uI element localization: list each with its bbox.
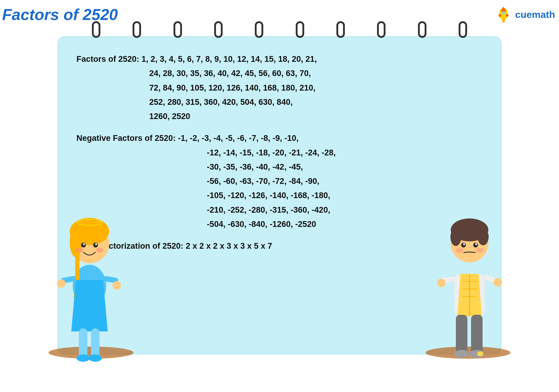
negative-factors-section: Negative Factors of 2520: -1, -2, -3, -4…	[76, 131, 483, 231]
svg-point-17	[96, 248, 103, 253]
neg-line4: -56, -60, -63, -70, -72, -84, -90,	[76, 174, 483, 188]
svg-marker-18	[71, 280, 108, 331]
svg-point-9	[70, 227, 82, 257]
ring-8	[377, 21, 386, 38]
ring-4	[214, 21, 223, 38]
neg-label: Negative Factors of 2520:	[76, 134, 176, 143]
svg-point-52	[477, 351, 483, 356]
factors-line1: 1, 2, 3, 4, 5, 6, 7, 8, 9, 10, 12, 14, 1…	[142, 55, 317, 64]
svg-rect-3	[506, 14, 508, 17]
neg-line6: -210, -252, -280, -315, -360, -420,	[76, 203, 483, 217]
neg-factors-text: Negative Factors of 2520: -1, -2, -3, -4…	[76, 131, 483, 231]
svg-point-47	[493, 278, 502, 287]
svg-point-21	[57, 279, 66, 288]
svg-rect-24	[91, 328, 99, 359]
ring-10	[459, 21, 467, 38]
svg-point-13	[93, 243, 98, 247]
neg-line2: -12, -14, -15, -18, -20, -21, -24, -28,	[76, 146, 483, 160]
boy-svg	[435, 192, 504, 368]
svg-point-5	[502, 18, 505, 23]
svg-rect-48	[456, 315, 467, 354]
ring-9	[418, 21, 426, 38]
factors-text: Factors of 2520: 1, 2, 3, 4, 5, 6, 7, 8,…	[76, 52, 483, 124]
neg-line5: -105, -120, -126, -140, -168, -180,	[76, 188, 483, 203]
svg-point-15	[95, 243, 97, 245]
prime-value: 2 x 2 x 2 x 3 x 3 x 5 x 7	[186, 241, 272, 251]
factors-line4: 252, 280, 315, 360, 420, 504, 630, 840,	[76, 95, 483, 109]
svg-point-4	[502, 11, 505, 14]
girl-character	[55, 192, 124, 368]
factors-line3: 72, 84, 90, 105, 120, 126, 140, 168, 180…	[76, 81, 483, 95]
spiral-rings	[76, 21, 483, 38]
svg-point-41	[475, 243, 477, 245]
svg-point-38	[461, 243, 466, 247]
svg-point-42	[456, 248, 463, 253]
ring-5	[255, 21, 263, 38]
ring-2	[133, 21, 141, 38]
factors-line5: 1260, 2520	[76, 109, 483, 124]
svg-point-37	[478, 228, 489, 245]
ring-7	[336, 21, 345, 38]
prime-section: Prime factorization of 2520: 2 x 2 x 2 x…	[76, 239, 483, 253]
factors-line2: 24, 28, 30, 35, 36, 40, 42, 45, 56, 60, …	[76, 66, 483, 81]
svg-point-12	[81, 243, 86, 247]
header: Factors of 2520 cuemath	[2, 5, 559, 24]
ring-1	[92, 21, 100, 38]
ring-3	[173, 21, 182, 38]
svg-rect-49	[471, 315, 483, 354]
page-title: Factors of 2520	[2, 5, 118, 24]
svg-point-50	[454, 350, 469, 358]
svg-point-22	[113, 281, 121, 290]
svg-point-39	[473, 243, 478, 247]
svg-point-25	[76, 354, 90, 362]
svg-point-40	[463, 243, 465, 245]
svg-point-16	[76, 248, 83, 253]
svg-rect-23	[79, 328, 87, 359]
svg-rect-2	[499, 14, 501, 17]
notebook-container: Factors of 2520: 1, 2, 3, 4, 5, 6, 7, 8,…	[58, 30, 501, 368]
rocket-icon	[494, 5, 513, 24]
svg-point-14	[83, 243, 85, 245]
svg-point-36	[450, 228, 461, 246]
svg-point-43	[476, 248, 483, 253]
neg-line1: -1, -2, -3, -4, -5, -6, -7, -8, -9, -10,	[178, 134, 299, 143]
neg-line7: -504, -630, -840, -1260, -2520	[76, 217, 483, 231]
ring-6	[296, 21, 304, 38]
svg-point-26	[89, 354, 102, 362]
logo-area: cuemath	[494, 5, 555, 24]
svg-point-46	[437, 279, 446, 287]
boy-character	[435, 192, 504, 368]
neg-line3: -30, -35, -36, -40, -42, -45,	[76, 160, 483, 174]
factors-section: Factors of 2520: 1, 2, 3, 4, 5, 6, 7, 8,…	[76, 52, 483, 124]
factors-label: Factors of 2520:	[76, 55, 139, 64]
prime-text: Prime factorization of 2520: 2 x 2 x 2 x…	[76, 239, 483, 253]
logo-text: cuemath	[515, 9, 555, 20]
girl-svg	[55, 192, 124, 368]
